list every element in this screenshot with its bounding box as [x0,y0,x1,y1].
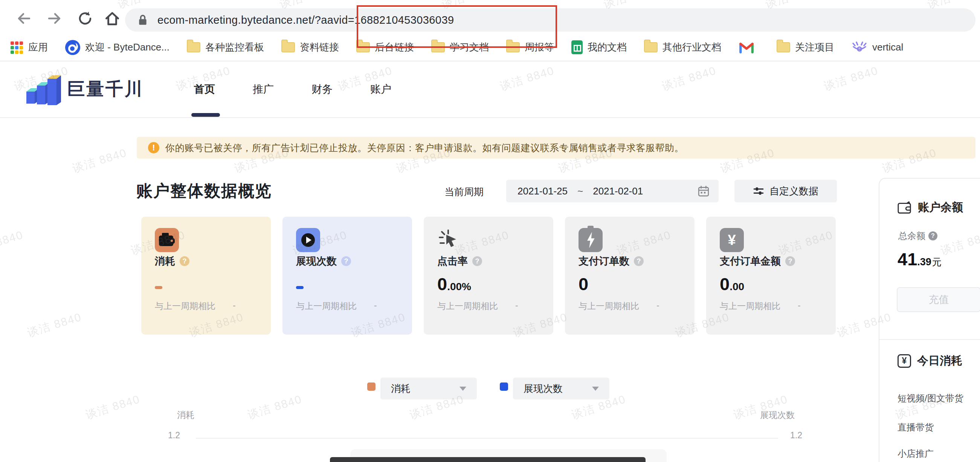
today-cost-title: 今日消耗 [917,353,962,368]
bookmark-item[interactable]: 资料链接 [282,41,339,54]
folder-icon [282,42,295,53]
metric-value: 0 .00% [437,272,471,293]
amount-integer: 41 [897,249,917,269]
recharge-button[interactable]: 充值 [897,287,980,312]
legend-color-cost [367,382,375,391]
active-tab-underline [191,113,220,117]
value-main: 0 [437,275,447,293]
play-icon [296,228,320,252]
sliders-icon [753,185,764,197]
bookmark-item[interactable]: 其他行业文档 [644,41,721,54]
metric-value [296,272,304,293]
back-button[interactable] [14,10,32,27]
bookmark-apps[interactable]: 应用 [10,41,48,54]
bookmark-item[interactable]: 各种监控看板 [187,41,264,54]
date-start[interactable]: 2021-01-25 [517,185,568,197]
metric-label: 展现次数 [296,254,337,268]
chart-gridline [196,438,778,439]
bookmark-label: vertical [872,41,903,53]
click-cursor-icon [437,228,461,252]
banner-text: 你的账号已被关停，所有广告计划已停止投放。关停原因：客户申请退款。如有问题建议联… [165,142,684,154]
bookmark-item[interactable]: 我的文档 [571,40,627,54]
compare-row: 与上一周期相比 - [720,300,801,312]
watermark-text: 谈洁 8840 [84,392,142,423]
bookmark-label: 应用 [28,41,48,54]
bookmark-item[interactable]: vertical [851,41,903,54]
date-end[interactable]: 2021-02-01 [593,185,643,197]
customize-data-label: 自定义数据 [770,185,818,198]
customize-data-button[interactable]: 自定义数据 [735,180,837,202]
value-suffix: .00% [447,281,471,293]
metric-label-row: 消耗 ? [155,254,189,268]
help-icon[interactable]: ? [341,256,351,266]
bookmark-label: 各种监控看板 [205,41,264,54]
help-icon[interactable]: ? [785,256,795,266]
metric-value [155,272,162,293]
folder-icon [187,42,200,53]
qianchuan-logo-icon [23,67,65,110]
bookmark-gmail[interactable] [738,41,759,54]
help-icon[interactable]: ? [928,231,937,241]
vertical-eye-icon [851,41,867,54]
today-item-live[interactable]: 直播带货 [897,421,934,433]
reload-button[interactable] [76,10,94,27]
today-item-short-video[interactable]: 短视频/图文带货 [897,392,963,404]
bookmark-label: 关注项目 [795,41,834,54]
today-cost-header: ¥ 今日消耗 [897,353,962,368]
battery-bolt-icon [579,228,603,252]
metric-card-paid-orders: 支付订单数 ? 0 与上一周期相比 - [565,217,695,335]
compare-value: - [515,300,518,312]
legend-label: 消耗 [391,382,410,395]
nav-tab-home[interactable]: 首页 [194,82,215,96]
main-nav: 首页 推广 财务 账户 [194,61,391,117]
legend-dropdown-cost[interactable]: 消耗 [380,378,477,400]
help-icon[interactable]: ? [634,256,644,266]
home-icon [103,10,121,27]
metric-label-row: 点击率 ? [437,254,482,268]
folder-icon [776,42,790,53]
metric-value: 0 .00 [720,272,744,293]
nav-tab-promotion[interactable]: 推广 [253,82,274,96]
watermark-text: 谈洁 8840 [25,309,84,341]
nav-tab-finance[interactable]: 财务 [312,82,332,96]
bookmark-item[interactable]: 欢迎 - ByteDance... [65,40,170,55]
help-icon[interactable]: ? [180,256,189,266]
metric-label-row: 支付订单金额 ? [720,254,795,268]
compare-row: 与上一周期相比 - [437,300,518,312]
warning-icon: ! [148,142,159,153]
help-icon[interactable]: ? [472,256,482,266]
legend-color-impressions [500,382,508,391]
compare-label: 与上一周期相比 [437,300,498,312]
account-suspended-banner: ! 你的账号已被关停，所有广告计划已停止投放。关停原因：客户申请退款。如有问题建… [137,137,975,159]
home-button[interactable] [103,10,121,27]
nav-tab-account[interactable]: 账户 [370,82,391,96]
bookmark-label: 欢迎 - ByteDance... [85,41,170,54]
amount-fraction: .39 [917,256,931,268]
metric-card-cost: 消耗 ? 与上一周期相比 - [141,217,271,335]
back-arrow-icon [15,10,32,27]
forward-button[interactable] [46,10,64,27]
wallet-outline-icon [897,201,912,214]
compare-value: - [374,300,377,312]
period-label: 当前周期 [444,185,484,199]
reload-icon [77,10,94,27]
date-separator: ~ [578,185,583,197]
apps-grid-icon [10,41,23,54]
compare-row: 与上一周期相比 - [296,300,377,312]
logo-text[interactable]: 巨量千川 [67,77,144,101]
site-header: 巨量千川 首页 推广 财务 账户 [0,61,980,118]
chevron-down-icon [460,387,466,391]
bookmark-label: 其他行业文档 [662,41,721,54]
lock-icon[interactable] [138,14,148,25]
date-range-picker[interactable]: 2021-01-25 ~ 2021-02-01 [506,180,719,202]
screen: ecom-marketing.bytedance.net/?aavid=1688… [0,0,980,462]
bookmark-label: 我的文档 [587,41,627,54]
metric-card-ctr: 点击率 ? 0 .00% 与上一周期相比 - [424,217,553,335]
today-item-shop[interactable]: 小店推广 [897,448,934,460]
empty-value-dash [155,286,162,289]
calendar-icon[interactable] [697,185,710,197]
bookmark-item[interactable]: 关注项目 [776,41,834,54]
forward-arrow-icon [47,10,63,27]
account-balance-panel: 账户余额 总余额 ? 41 .39 元 充值 ¥ 今日消耗 短视频/图文带货 直… [879,178,980,462]
legend-dropdown-impressions[interactable]: 展现次数 [513,378,609,400]
